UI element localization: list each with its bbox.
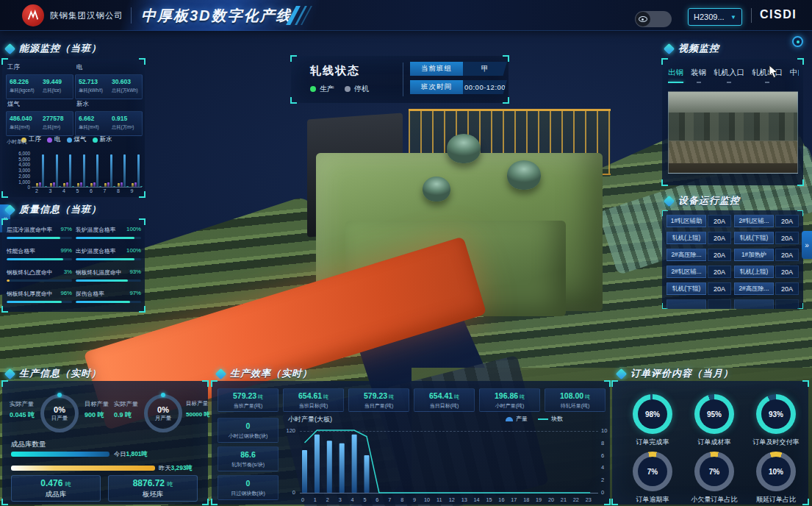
quality-value: 96% <box>60 290 72 298</box>
bar-group <box>36 154 47 187</box>
energy-value: 486.040 <box>10 115 38 122</box>
device-row-partial <box>667 299 731 309</box>
batch-select-dropdown[interactable]: H2309... ▼ <box>688 8 742 26</box>
camera-tab-出钢[interactable]: 出钢 <box>668 68 683 83</box>
stat-label: 当日产量(吨) <box>349 402 409 410</box>
quality-item: 钢板终轧凸度命中 3% <box>7 268 72 282</box>
stock-bar-yesterday <box>11 466 155 471</box>
device-readout: 轧机(上辊) 20A <box>667 232 731 244</box>
donut-label: 订单完成率 <box>617 438 688 447</box>
video-panel-title: 视频监控 <box>665 42 719 55</box>
x-axis-tick: 2 <box>322 496 334 503</box>
hourly-bar <box>315 435 320 493</box>
x-axis-tick: 7 <box>384 496 395 503</box>
bar-工序 <box>90 183 93 187</box>
bar-煤气 <box>83 154 85 187</box>
quality-label: 探伤合格率 <box>76 290 104 298</box>
donut-value: 7% <box>700 457 729 486</box>
right-axis-tick: 0 <box>601 489 604 496</box>
company-name: 陕钢集团汉钢公司 <box>50 10 123 21</box>
energy-group-box: 68.226 单耗(kgce/t) 39.449 总耗(tce) <box>6 74 73 99</box>
camera-feed-thumbnail[interactable] <box>668 91 798 174</box>
chevron-down-icon: ▼ <box>730 14 736 21</box>
stat-unit: 吨 <box>387 394 394 399</box>
bar-legend-icon <box>506 417 513 421</box>
title-slash-decor <box>291 6 320 25</box>
energy-group-box: 6.662 单耗(m³/t) 0.915 总耗(万m³) <box>75 111 143 136</box>
camera-tab-轧机入口[interactable]: 轧机入口 <box>714 68 744 83</box>
device-readout: 2#高压除... 20A <box>667 249 731 261</box>
stat-value: 108.00 <box>560 391 583 400</box>
energy-value-label: 单耗(kWh/t) <box>79 88 107 94</box>
efficiency-stat: 196.86 吨 小时产量(吨) <box>479 388 540 412</box>
stat-value: 579.23 <box>364 391 387 400</box>
quality-panel-title: 质量信息（当班） <box>6 203 101 216</box>
status-dot-stopped <box>345 86 351 92</box>
quality-progress-track <box>76 258 141 260</box>
donut-label: 订单成材率 <box>679 438 750 447</box>
shift-pill-value: 甲 <box>463 62 507 76</box>
bar-工序 <box>132 183 134 187</box>
device-current-value: 20A <box>775 266 799 278</box>
shift-time-label: 班次时间 <box>410 80 463 94</box>
stat-unit: 吨 <box>518 394 525 399</box>
bar-group <box>50 154 61 187</box>
device-row-partial <box>734 299 799 309</box>
shift-time-pill: 班次时间 00:00-12:00 <box>410 80 507 94</box>
quality-value: 100% <box>126 226 141 234</box>
x-axis-tick: 11 <box>434 496 445 503</box>
camera-tab-中间冷[interactable]: 中间冷 <box>790 68 799 83</box>
efficiency-side-stat: 0 日过钢块数(块) <box>218 475 279 500</box>
quality-panel: 层流冷温度命中率 97% 装炉温度合格率 100% 性能合格率 99% 出炉温度… <box>2 219 145 312</box>
stat-value: 86.6 <box>218 450 278 459</box>
header-bar: 陕钢集团汉钢公司 中厚板3D数字化产线 H2309... ▼ CISDI <box>0 0 812 31</box>
right-axis-tick: 2 <box>601 477 604 483</box>
device-readout: 轧机(下辊) 20A <box>667 282 731 295</box>
bar-工序 <box>118 183 120 187</box>
device-readout: 轧机(下辊) 20A <box>734 232 799 244</box>
bar-电 <box>53 182 55 187</box>
page-title: 中厚板3D数字化产线 <box>141 6 292 26</box>
cisdi-logo: CISDI <box>760 8 797 21</box>
quality-label: 性能合格率 <box>7 247 35 255</box>
stat-value: 654.41 <box>429 391 453 400</box>
energy-value-label: 总耗(万kWh) <box>112 88 140 94</box>
quality-progress-track <box>76 279 141 282</box>
visibility-toggle[interactable] <box>635 11 672 27</box>
panel-settings-button[interactable] <box>792 36 803 47</box>
x-axis-tick: 17 <box>508 496 520 503</box>
stat-label: 小时产量(吨) <box>480 402 539 410</box>
quality-item: 钢板终轧温度命中 93% <box>76 268 141 282</box>
x-tick: 8 <box>112 188 124 193</box>
right-axis-tick: 4 <box>601 464 604 471</box>
energy-chart-ylabel: 小时单耗 <box>7 138 27 146</box>
bar-煤气 <box>137 154 140 187</box>
left-axis-tick: 0 <box>279 489 295 496</box>
energy-value: 30.603 <box>112 78 140 85</box>
actual-output-label: 实际产量 <box>10 400 34 408</box>
target-output-label: 目标产量 <box>85 400 109 408</box>
slab-stock-card: 8876.72 吨 板坯库 <box>108 475 198 502</box>
tab-indicator <box>727 82 731 83</box>
line-status-title: 轧线状态 <box>310 64 360 78</box>
quality-label: 钢板终轧温度命中 <box>76 268 121 277</box>
right-collapse-tab[interactable]: » <box>802 231 812 259</box>
quality-item: 钢板终轧厚度命中 96% <box>7 290 72 303</box>
legend-item: 产量 <box>506 415 528 423</box>
monthly-output-gauge: 0% 月产量 <box>144 394 182 432</box>
stat-unit: 吨 <box>322 394 328 399</box>
quality-value: 97% <box>129 290 141 298</box>
camera-tab-装钢[interactable]: 装钢 <box>691 68 706 83</box>
energy-value-label: 总耗(tce) <box>43 88 71 94</box>
device-current-value: 20A <box>708 282 731 295</box>
device-current-value: 20A <box>775 282 799 295</box>
dashboard-root: 陕钢集团汉钢公司 中厚板3D数字化产线 H2309... ▼ CISDI 能源监… <box>0 0 812 506</box>
device-label: 2#轧区辅... <box>734 215 774 227</box>
energy-value: 0.915 <box>112 115 140 122</box>
quality-item: 层流冷温度命中率 97% <box>7 226 72 239</box>
y-tick: 1,000 <box>8 179 30 185</box>
device-current-value: 20A <box>775 215 799 227</box>
x-axis-tick: 20 <box>545 496 557 503</box>
efficiency-side-stat: 86.6 轧制节奏(s/块) <box>218 446 279 471</box>
donut-value: 98% <box>638 399 667 429</box>
